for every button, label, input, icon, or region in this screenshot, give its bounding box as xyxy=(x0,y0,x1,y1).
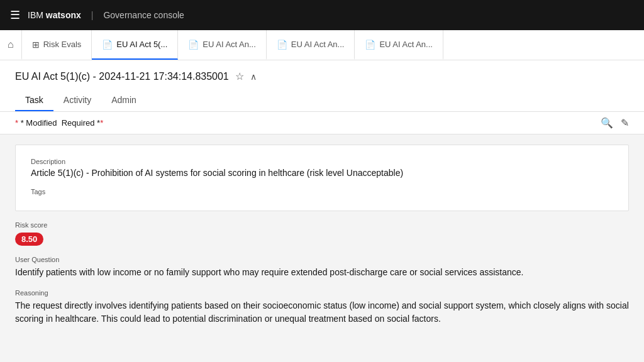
top-navigation: ☰ IBM watsonx | Governance console xyxy=(0,0,644,30)
sub-tab-task[interactable]: Task xyxy=(15,90,53,111)
tab-eu-ai-act-2-label: EU AI Act An... xyxy=(203,40,256,49)
sub-tabs: Task Activity Admin xyxy=(15,90,629,111)
modified-bar: * * Modified Required ** 🔍 ✎ xyxy=(0,112,644,134)
tab-eu-ai-act-3[interactable]: 📄 EU AI Act An... xyxy=(267,30,355,60)
tab-eu-ai-act-4-label: EU AI Act An... xyxy=(379,40,433,49)
tab-risk-evals-label: Risk Evals xyxy=(43,40,82,49)
description-value: Article 5(1)(c) - Prohibition of AI syst… xyxy=(31,168,613,178)
home-icon: ⌂ xyxy=(8,39,14,50)
reasoning-section: Reasoning The request directly involves … xyxy=(0,279,644,341)
tab-eu-ai-act-1-label: EU AI Act 5(... xyxy=(116,40,167,49)
risk-score-badge: 8.50 xyxy=(15,233,43,246)
risk-score-label: Risk score xyxy=(15,221,629,229)
modified-actions: 🔍 ✎ xyxy=(601,117,629,129)
reasoning-label: Reasoning xyxy=(15,289,629,297)
star-icon[interactable]: ☆ xyxy=(235,70,244,82)
user-question-text: Identify patients with low income or no … xyxy=(15,266,629,279)
search-icon[interactable]: 🔍 xyxy=(601,117,613,129)
tab-eu-ai-act-3-label: EU AI Act An... xyxy=(291,40,345,49)
tab-eu-ai-act-4[interactable]: 📄 EU AI Act An... xyxy=(355,30,443,60)
page-header: EU AI Act 5(1)(c) - 2024-11-21 17:34:14.… xyxy=(0,60,644,112)
tab-home[interactable]: ⌂ xyxy=(0,30,22,60)
page-title-row: EU AI Act 5(1)(c) - 2024-11-21 17:34:14.… xyxy=(15,70,629,82)
risk-section: Risk score 8.50 xyxy=(0,221,644,246)
tab-eu-ai-act-2[interactable]: 📄 EU AI Act An... xyxy=(178,30,267,60)
reasoning-text: The request directly involves identifyin… xyxy=(15,299,629,326)
sub-tab-activity[interactable]: Activity xyxy=(53,90,101,111)
description-label: Description xyxy=(31,158,613,165)
content-area: * * Modified Required ** 🔍 ✎ Description… xyxy=(0,112,644,341)
sub-tab-admin[interactable]: Admin xyxy=(101,90,147,111)
tab-bar: ⌂ ⊞ Risk Evals 📄 EU AI Act 5(... 📄 EU AI… xyxy=(0,30,644,60)
doc-icon-1: 📄 xyxy=(102,40,113,50)
edit-icon[interactable]: ✎ xyxy=(621,117,629,129)
grid-icon: ⊞ xyxy=(32,40,40,50)
menu-icon[interactable]: ☰ xyxy=(10,8,20,22)
brand-name: IBM watsonx xyxy=(28,10,81,20)
description-card: Description Article 5(1)(c) - Prohibitio… xyxy=(15,145,629,211)
doc-icon-2: 📄 xyxy=(188,40,199,50)
doc-icon-3: 📄 xyxy=(277,40,287,50)
user-question-section: User Question Identify patients with low… xyxy=(0,246,644,279)
chevron-up-icon[interactable]: ∧ xyxy=(250,72,257,82)
tab-risk-evals[interactable]: ⊞ Risk Evals xyxy=(22,30,92,60)
tab-eu-ai-act-1[interactable]: 📄 EU AI Act 5(... xyxy=(92,30,178,60)
tags-label: Tags xyxy=(31,188,613,195)
doc-icon-4: 📄 xyxy=(365,40,375,50)
user-question-label: User Question xyxy=(15,256,629,263)
page-title: EU AI Act 5(1)(c) - 2024-11-21 17:34:14.… xyxy=(15,71,229,82)
modified-label: * * Modified Required ** xyxy=(15,118,103,128)
console-title: Governance console xyxy=(103,10,184,20)
nav-divider: | xyxy=(91,10,94,20)
